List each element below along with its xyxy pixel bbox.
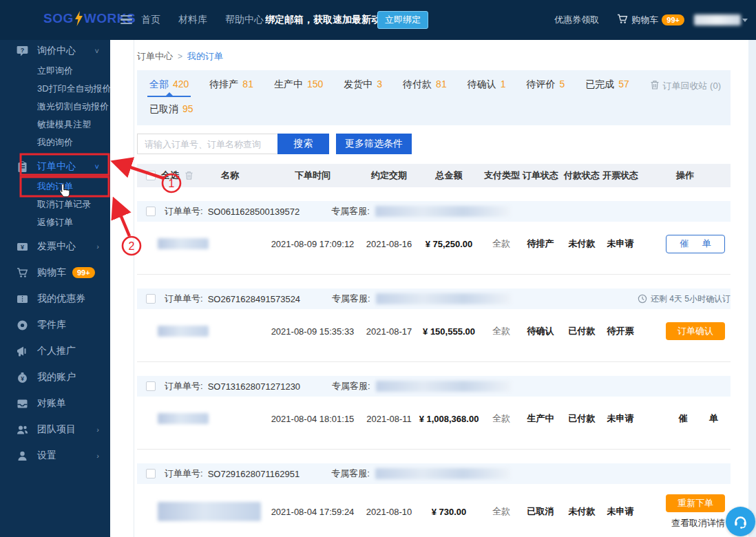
- nav-materials[interactable]: 材料库: [178, 14, 207, 26]
- breadcrumb-my-orders[interactable]: 我的订单: [187, 50, 223, 63]
- col-pay-type: 支付类型: [484, 169, 518, 182]
- tab-pending-scheduling[interactable]: 待排产81: [209, 78, 253, 97]
- invoice-ticket-icon: ¥: [17, 241, 28, 253]
- tab-cancelled[interactable]: 已取消95: [149, 103, 193, 116]
- pay-type: 全款: [484, 505, 518, 518]
- cs-label: 专属客服:: [332, 293, 370, 305]
- sidebar-item-agile-mold[interactable]: 敏捷模具注塑: [0, 116, 110, 134]
- sidebar-item-laser-cut-quote[interactable]: 激光切割自动报价: [0, 98, 110, 116]
- breadcrumb: 订单中心 > 我的订单: [137, 50, 730, 63]
- order-status: 生产中: [518, 412, 563, 425]
- sidebar-label: 我的账户: [37, 371, 76, 383]
- sidebar-item-parts-library[interactable]: 零件库: [0, 314, 110, 336]
- sidebar-item-my-inquiries[interactable]: 我的询价: [0, 134, 110, 151]
- order-checkbox[interactable]: [146, 469, 156, 478]
- topbar-cart[interactable]: 购物车 99+: [617, 14, 684, 26]
- scrollbar-track[interactable]: [748, 40, 756, 537]
- nav-help-center[interactable]: 帮助中心: [225, 14, 264, 26]
- customer-service-blur: [375, 468, 510, 479]
- order-time: 2021-08-04 17:59:24: [261, 507, 364, 517]
- bind-now-button[interactable]: 立即绑定: [377, 11, 428, 29]
- view-cancel-details-link[interactable]: 查看取消详情: [671, 517, 725, 529]
- sidebar-item-personal-promotion[interactable]: 个人推广: [0, 340, 110, 362]
- sidebar-item-settings[interactable]: 设置 ›: [0, 445, 110, 467]
- order-group-header: 订单单号: SO7291628071162951 专属客服:: [137, 463, 731, 484]
- urge-order-button[interactable]: 催 单: [666, 235, 725, 253]
- lightning-bolt-icon: [74, 11, 83, 26]
- status-tabs: 全部420 待排产81 生产中150 发货中3 待付款81 待确认1 待评价5 …: [137, 70, 731, 125]
- order-row: 2021-08-09 15:35:33 2021-08-17 ¥ 150,555…: [137, 309, 731, 353]
- customer-service-blur: [376, 381, 511, 392]
- reorder-button[interactable]: 重新下单: [666, 494, 725, 512]
- more-filters-button[interactable]: 更多筛选条件: [336, 134, 412, 154]
- order-no-label: 订单单号:: [165, 293, 203, 305]
- order-no: SO7131628071271230: [208, 381, 300, 392]
- sidebar: ? 询价中心 ˅ 立即询价 3D打印全自动报价 激光切割自动报价 敏捷模具注塑 …: [0, 40, 110, 537]
- customer-service-blur: [375, 206, 510, 217]
- statement-document-icon: [17, 398, 28, 410]
- sidebar-item-order-center[interactable]: 订单中心 ˅: [0, 156, 110, 178]
- order-search-input[interactable]: [137, 134, 277, 154]
- sidebar-item-cart[interactable]: 购物车 99+: [0, 262, 110, 284]
- invoice-status: 未申请: [601, 412, 640, 425]
- chevron-right-icon: ›: [96, 425, 99, 434]
- order-name-blur: [158, 502, 261, 521]
- sidebar-item-statement[interactable]: 对账单: [0, 392, 110, 414]
- cs-label: 专属客服:: [331, 205, 370, 218]
- coupon-claim-link[interactable]: 优惠券领取: [554, 14, 599, 26]
- urge-order-text-button[interactable]: 催 单: [678, 412, 718, 425]
- order-recycle-bin[interactable]: 订单回收站 (0): [650, 80, 722, 92]
- order-status: 已取消: [518, 505, 563, 518]
- total-amount: ¥ 75,250.00: [414, 239, 484, 249]
- sidebar-item-repair-orders[interactable]: 返修订单: [0, 213, 110, 231]
- tab-in-production[interactable]: 生产中150: [274, 78, 323, 97]
- order-checkbox[interactable]: [146, 294, 156, 304]
- tab-all[interactable]: 全部420: [149, 78, 189, 97]
- user-menu[interactable]: [694, 14, 748, 25]
- tab-pending-confirmation[interactable]: 待确认1: [468, 78, 506, 97]
- order-row: 2021-08-04 18:01:15 2021-08-11 ¥ 1,008,3…: [137, 397, 731, 441]
- customer-service-blur: [376, 293, 511, 304]
- invoice-status: 未申请: [601, 505, 640, 518]
- col-order-time: 下单时间: [261, 169, 364, 182]
- order-no-label: 订单单号:: [165, 205, 203, 218]
- select-all-checkbox[interactable]: [146, 171, 156, 180]
- due-date: 2021-08-17: [364, 326, 414, 337]
- hamburger-menu-icon[interactable]: [120, 15, 132, 24]
- pay-status: 已付款: [563, 325, 601, 337]
- order-checkbox[interactable]: [146, 381, 156, 391]
- tab-pending-payment[interactable]: 待付款81: [403, 78, 447, 97]
- team-people-icon: [17, 424, 28, 436]
- order-time: 2021-08-09 17:09:12: [261, 239, 364, 249]
- breadcrumb-order-center[interactable]: 订单中心: [137, 50, 173, 63]
- nav-home[interactable]: 首页: [141, 14, 160, 26]
- search-bar: 搜索 更多筛选条件: [137, 134, 730, 154]
- sidebar-item-team-projects[interactable]: 团队项目 ›: [0, 419, 110, 441]
- cs-label: 专属客服:: [332, 380, 370, 392]
- pay-type: 全款: [484, 238, 518, 250]
- tab-pending-review[interactable]: 待评价5: [526, 78, 565, 97]
- customer-service-chat-button[interactable]: [726, 507, 755, 536]
- tab-completed[interactable]: 已完成57: [585, 78, 629, 97]
- sidebar-item-3d-print-quote[interactable]: 3D打印全自动报价: [0, 80, 110, 98]
- sidebar-item-inquire-now[interactable]: 立即询价: [0, 62, 110, 80]
- total-amount: ¥ 150,555.00: [414, 326, 484, 337]
- order-status: 待确认: [518, 325, 563, 337]
- confirm-order-button[interactable]: 订单确认: [666, 322, 725, 340]
- search-button[interactable]: 搜索: [277, 134, 329, 154]
- pay-status: 未付款: [563, 238, 601, 250]
- clipboard-icon: [17, 161, 28, 173]
- tab-shipping[interactable]: 发货中3: [344, 78, 382, 97]
- sidebar-item-inquiry-center[interactable]: ? 询价中心 ˅: [0, 40, 110, 62]
- order-group: 订单单号: SO7131628071271230 专属客服: 2021-08-0…: [137, 376, 731, 450]
- sidebar-item-my-account[interactable]: ¥ 我的账户: [0, 366, 110, 388]
- sidebar-item-invoice-center[interactable]: ¥ 发票中心 ›: [0, 235, 110, 257]
- order-center-page: { "topbar": { "logo_left": "SOG", "logo_…: [0, 0, 756, 537]
- order-no: SO0611628500139572: [208, 207, 300, 217]
- trash-icon[interactable]: [185, 171, 193, 180]
- sidebar-item-my-coupons[interactable]: 我的优惠券: [0, 288, 110, 310]
- sidebar-item-cancelled-order-records[interactable]: 取消订单记录: [0, 196, 110, 213]
- sidebar-item-my-orders[interactable]: 我的订单: [0, 178, 110, 196]
- sidebar-label: 个人推广: [37, 345, 76, 357]
- order-checkbox[interactable]: [146, 207, 156, 216]
